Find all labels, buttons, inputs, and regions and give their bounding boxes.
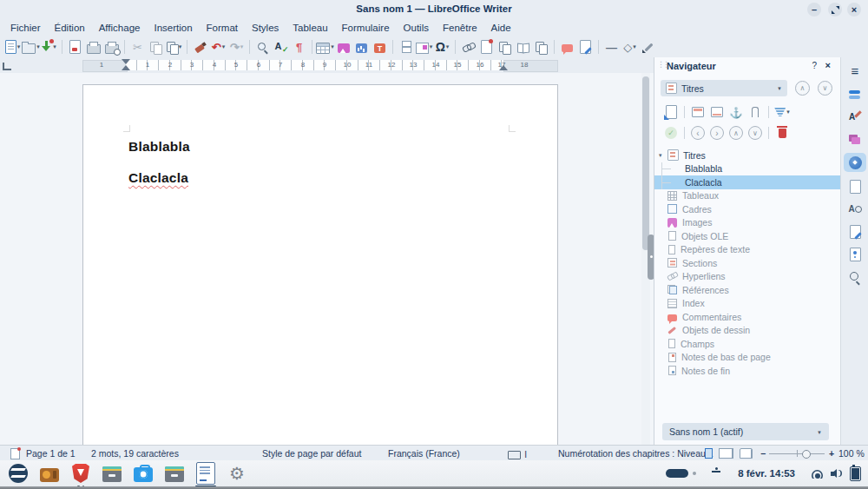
single-page-view-button[interactable]	[705, 448, 713, 459]
brave-browser-app[interactable]	[69, 462, 92, 485]
promote-chapter-button[interactable]	[727, 124, 746, 142]
freeform-line-button[interactable]	[639, 37, 657, 56]
menu-fenetre[interactable]: Fenêtre	[436, 21, 484, 35]
media-player-app[interactable]	[38, 462, 61, 485]
horizontal-line-button[interactable]	[602, 37, 621, 56]
find-replace-button[interactable]	[253, 37, 272, 56]
page-style-status[interactable]: Style de page par défaut	[262, 448, 361, 459]
demote-chapter-button[interactable]	[746, 124, 765, 142]
zoom-slider-handle[interactable]	[802, 450, 811, 459]
menu-edition[interactable]: Édition	[48, 21, 92, 35]
tree-item-objets-ole[interactable]: Objets OLE	[654, 229, 841, 243]
zoom-level-value[interactable]: 100 %	[838, 448, 865, 459]
insert-footnote-button[interactable]	[477, 37, 496, 56]
insert-field-button[interactable]	[415, 37, 433, 56]
toggle-master-view-button[interactable]	[661, 103, 681, 121]
basic-shapes-button[interactable]	[621, 37, 639, 56]
track-changes-button[interactable]	[576, 37, 595, 56]
insert-chart-button[interactable]	[352, 37, 371, 56]
clone-formatting-button[interactable]	[191, 37, 209, 56]
insert-special-character-button[interactable]	[433, 37, 451, 56]
book-view-button[interactable]	[740, 448, 753, 459]
settings-app[interactable]	[226, 462, 248, 485]
document-heading-1[interactable]: Blablabla	[128, 139, 190, 155]
tree-item-notes-fin[interactable]: Notes de fin	[654, 364, 841, 378]
tab-properties[interactable]	[844, 85, 866, 104]
insert-page-break-button[interactable]	[397, 37, 415, 56]
tab-styles[interactable]	[844, 108, 866, 127]
insert-cross-reference-button[interactable]	[532, 37, 550, 56]
document-heading-2[interactable]: Claclacla	[128, 170, 188, 186]
tab-find[interactable]	[844, 268, 866, 287]
tab-stop-selector-icon[interactable]	[3, 63, 11, 70]
print-preview-button[interactable]	[102, 37, 121, 56]
menu-tableau[interactable]: Tableau	[286, 21, 334, 35]
file-manager-app[interactable]	[101, 462, 123, 485]
tab-page[interactable]	[844, 177, 866, 196]
next-heading-button[interactable]	[818, 81, 832, 96]
tab-manage-changes[interactable]	[844, 222, 866, 241]
paste-button[interactable]	[165, 37, 183, 56]
archive-manager-app[interactable]	[163, 462, 186, 485]
window-titlebar[interactable]: Sans nom 1 — LibreOffice Writer	[0, 0, 868, 19]
new-document-dropdown[interactable]	[17, 43, 21, 50]
navigator-help-button[interactable]: ?	[812, 61, 817, 70]
tree-item-references[interactable]: Références	[654, 283, 841, 297]
tree-item-index[interactable]: Index	[654, 297, 841, 311]
taskbar-clock[interactable]: 8 févr. 14:53	[738, 468, 795, 479]
menu-formulaire[interactable]: Formulaire	[335, 21, 397, 35]
tree-item-heading-selected[interactable]: Claclacla	[654, 175, 841, 189]
insert-comment-button[interactable]	[558, 37, 576, 56]
sidebar-settings-button[interactable]	[844, 61, 866, 80]
previous-heading-button[interactable]	[795, 81, 810, 96]
undo-dropdown[interactable]	[222, 43, 226, 50]
drag-mode-dropdown[interactable]	[786, 109, 790, 116]
print-button[interactable]	[84, 37, 102, 56]
insert-table-button[interactable]	[316, 37, 334, 56]
minimize-button[interactable]	[807, 3, 821, 17]
battery-pill-icon[interactable]	[666, 469, 688, 478]
tree-item-cadres[interactable]: Cadres	[654, 202, 841, 216]
navigate-by-select[interactable]: Titres	[661, 80, 787, 96]
document-selector[interactable]: Sans nom 1 (actif)	[662, 423, 829, 440]
insert-image-button[interactable]	[334, 37, 352, 56]
footer-button[interactable]	[707, 103, 727, 121]
paste-dropdown[interactable]	[179, 43, 182, 50]
tab-navigator[interactable]	[844, 153, 866, 172]
save-dropdown[interactable]	[53, 43, 56, 50]
formatting-marks-button[interactable]	[290, 37, 308, 56]
tree-item-tableaux[interactable]: Tableaux	[654, 189, 841, 203]
scrollbar-thumb[interactable]	[642, 76, 649, 250]
word-count-status[interactable]: 2 mots, 19 caractères	[91, 448, 179, 459]
spelling-button[interactable]	[272, 37, 290, 56]
save-button[interactable]	[40, 37, 58, 56]
close-button[interactable]	[847, 3, 861, 17]
tree-item-notes-bas-page[interactable]: Notes de bas de page	[654, 351, 841, 365]
menu-styles[interactable]: Styles	[245, 21, 286, 35]
set-reminder-button[interactable]	[746, 103, 765, 121]
delete-heading-button[interactable]	[773, 124, 792, 142]
zoom-in-button[interactable]: +	[829, 448, 834, 459]
export-pdf-button[interactable]	[66, 37, 84, 56]
language-status[interactable]: Français (France)	[388, 448, 460, 459]
zorin-menu-button[interactable]	[7, 462, 30, 485]
volume-icon[interactable]	[831, 468, 842, 479]
tree-item-images[interactable]: Images	[654, 216, 841, 230]
insert-field-dropdown[interactable]	[430, 43, 433, 50]
undo-button[interactable]	[209, 37, 227, 56]
menu-affichage[interactable]: Affichage	[92, 21, 148, 35]
tree-item-titres[interactable]: Titres	[654, 149, 841, 162]
save-status-icon[interactable]	[10, 448, 20, 459]
demote-level-button[interactable]	[707, 124, 727, 142]
tab-gallery[interactable]	[844, 130, 866, 149]
tab-accessibility-check[interactable]	[844, 245, 866, 264]
tree-item-objets-dessin[interactable]: Objets de dessin	[654, 324, 841, 338]
new-document-button[interactable]	[3, 37, 22, 56]
content-navigation-view-button[interactable]	[661, 124, 681, 142]
menu-outils[interactable]: Outils	[397, 21, 436, 35]
tree-item-commentaires[interactable]: Commentaires	[654, 310, 841, 324]
promote-level-button[interactable]	[688, 124, 707, 142]
collapse-icon[interactable]	[659, 152, 667, 159]
tree-item-heading[interactable]: Blablabla	[654, 162, 841, 176]
wifi-icon[interactable]	[812, 470, 823, 479]
